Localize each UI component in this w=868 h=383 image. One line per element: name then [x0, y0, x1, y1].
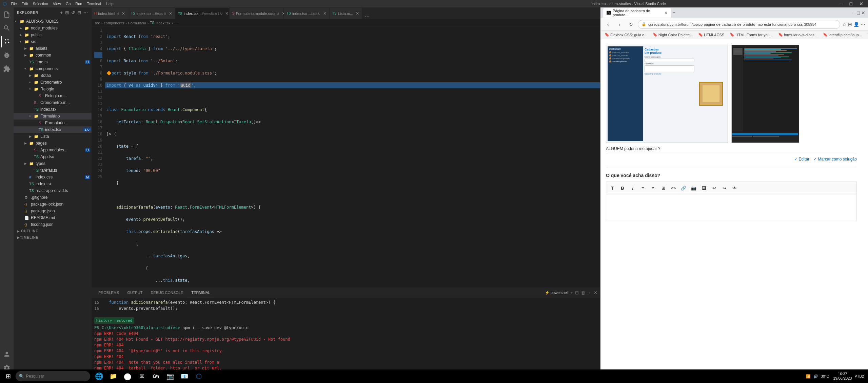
tab-close-icon[interactable]: ✕ [225, 11, 229, 16]
taskbar-vscode[interactable]: ⬡ [192, 369, 205, 383]
menu-run[interactable]: Run [75, 2, 82, 6]
list-item[interactable]: TS App.tsx [14, 153, 92, 160]
forward-button[interactable]: › [615, 20, 624, 29]
menu-file[interactable]: File [11, 2, 17, 6]
trash-icon[interactable]: 🗑 [581, 290, 585, 295]
list-item[interactable]: ▾ 📁 components [14, 65, 92, 72]
list-item[interactable]: TS react-app-env.d.ts [14, 187, 92, 194]
browser-content[interactable]: Dashboard 📦 produtos_produtos 📦 produtos… [600, 39, 868, 376]
list-item[interactable]: ▾ 📁 src [14, 38, 92, 45]
panel-tab-debug[interactable]: DEBUG CONSOLE [146, 288, 187, 298]
bookmark-latentflip[interactable]: 🔖 latentflip.com/loup... [822, 33, 863, 37]
italic-button[interactable]: I [629, 184, 637, 192]
tab-close-icon[interactable]: ✕ [323, 11, 327, 16]
activity-extensions[interactable] [1, 63, 13, 75]
extensions-icon[interactable]: ⊞ [848, 22, 852, 27]
start-button[interactable]: ⊞ [1, 369, 15, 383]
list-item[interactable]: 📄 README.md [14, 214, 92, 221]
minimize-icon[interactable]: ─ [837, 1, 845, 6]
address-bar[interactable]: 🔒 cursos.alura.com.br/forum/topico-pagin… [638, 20, 840, 29]
breadcrumb-more[interactable]: ... [174, 21, 177, 25]
mark-solution-action[interactable]: ✓ Marcar como solução [813, 157, 857, 162]
ordered-list-button[interactable]: ≡ [649, 184, 657, 192]
new-folder-icon[interactable]: ⊞ [65, 10, 69, 15]
browser-close-icon[interactable]: ✕ [861, 10, 865, 16]
menu-go[interactable]: Go [66, 2, 71, 6]
list-item[interactable]: TS index.tsx [14, 106, 92, 113]
panel-tab-output[interactable]: OUTPUT [123, 288, 146, 298]
menu-help[interactable]: Help [106, 2, 114, 6]
split-terminal-icon[interactable]: ⊟ [575, 290, 579, 295]
profile-icon[interactable]: 👤 [853, 22, 859, 27]
close-panel-icon[interactable]: ✕ [594, 290, 597, 295]
list-item[interactable]: # index.css M [14, 174, 92, 180]
image-button[interactable]: 📷 [690, 184, 698, 192]
timeline-section[interactable]: ▶ TIMELINE [14, 234, 92, 241]
tree-root[interactable]: ▾ 📁 ALURA-STUDIES [14, 18, 92, 25]
list-item[interactable]: ▶ 📁 common [14, 52, 92, 59]
comment-input-area[interactable] [606, 194, 857, 221]
tab-overflow-button[interactable]: ⋯ [362, 14, 372, 19]
bookmark-octopus[interactable]: 🔖 Octopus.do, Visual... [866, 33, 868, 37]
taskbar-mail[interactable]: ✉ [135, 369, 149, 383]
list-item[interactable]: ▾ 📁 Relogio [14, 86, 92, 92]
activity-scm[interactable] [1, 36, 13, 47]
menu-selection[interactable]: Selection [33, 2, 48, 6]
taskbar-outlook[interactable]: 📧 [178, 369, 191, 383]
taskbar-photos[interactable]: 📷 [163, 369, 177, 383]
new-tab-button[interactable]: + [672, 10, 675, 16]
add-terminal-icon[interactable]: + [570, 290, 573, 295]
refresh-icon[interactable]: ↺ [71, 10, 75, 15]
list-item[interactable]: ▶ 📁 types [14, 160, 92, 167]
more-icon[interactable]: ⋯ [587, 290, 592, 295]
refresh-button[interactable]: ↻ [626, 20, 636, 29]
maximize-icon[interactable]: □ [848, 1, 854, 6]
list-item[interactable]: {} package-lock.json [14, 201, 92, 208]
edit-action[interactable]: ✓ Editar [794, 157, 809, 162]
breadcrumb-formulario[interactable]: Formulário [128, 21, 146, 25]
list-item[interactable]: ▾ 📁 Cronometro [14, 79, 92, 86]
list-item[interactable]: TS time.ts U [14, 59, 92, 65]
bookmark-formulario[interactable]: 🔖 formulario-js-dicas... [777, 33, 819, 37]
tab-formulario-scss[interactable]: S Formulario.module.scss U ✕ [230, 8, 284, 19]
activity-account[interactable] [1, 348, 13, 360]
outline-section[interactable]: ▶ OUTLINE [14, 228, 92, 234]
taskbar-search[interactable]: 🔍 Pesquisar [16, 371, 90, 381]
bold-button[interactable]: B [618, 184, 627, 192]
taskbar-explorer[interactable]: 📁 [106, 369, 120, 383]
activity-search[interactable] [1, 22, 13, 34]
panel-tab-problems[interactable]: PROBLEMS [94, 288, 123, 298]
taskbar-edge[interactable]: 🌐 [92, 369, 106, 383]
list-button[interactable]: ≡ [639, 184, 647, 192]
taskbar-chrome[interactable]: ⬤ [121, 369, 134, 383]
text-format-T[interactable]: T [608, 184, 616, 192]
code-button[interactable]: <> [669, 184, 677, 192]
tab-close-icon[interactable]: ✕ [356, 11, 359, 16]
network-icon[interactable]: 📶 [806, 374, 811, 379]
clock-widget[interactable]: 16:37 19/06/2023 [833, 372, 852, 381]
list-item[interactable]: ▶ 📁 pages [14, 140, 92, 147]
bookmark-flexbox[interactable]: 🔖 Flexbox CSS: guia c... [603, 33, 649, 37]
list-item[interactable]: ▶ 📁 assets [14, 45, 92, 52]
tab-lista-module[interactable]: TS Lista.m... ✕ [330, 8, 362, 19]
undo-button[interactable]: ↩ [710, 184, 718, 192]
bookmark-html-css[interactable]: 🔖 HTML&CSS [697, 33, 726, 37]
table-button[interactable]: ⊞ [659, 184, 667, 192]
bookmark-night[interactable]: 🔖 Night Color Palette... [651, 33, 694, 37]
new-file-icon[interactable]: + [60, 10, 63, 15]
code-content[interactable]: import React from 'react'; import { ITar… [105, 27, 600, 288]
list-item[interactable]: {} tsconfig.json [14, 221, 92, 228]
breadcrumb-filename[interactable]: index.tsx [156, 21, 170, 25]
collapse-icon[interactable]: ⊟ [77, 10, 81, 15]
media-button[interactable]: 🖼 [700, 184, 708, 192]
list-item[interactable]: S Cronometro.m... [14, 99, 92, 106]
back-button[interactable]: ‹ [603, 20, 613, 29]
list-item[interactable]: TS tarefas.ts [14, 167, 92, 174]
list-item[interactable]: ⚙ .gitignore [14, 194, 92, 201]
menu-terminal[interactable]: Terminal [87, 2, 101, 6]
more-actions-icon[interactable]: ⋯ [83, 10, 88, 15]
activity-explorer[interactable] [1, 9, 13, 20]
activity-debug[interactable] [1, 49, 13, 61]
more-browser-icon[interactable]: ⋯ [861, 22, 865, 27]
sound-icon[interactable]: 🔊 [813, 374, 818, 379]
